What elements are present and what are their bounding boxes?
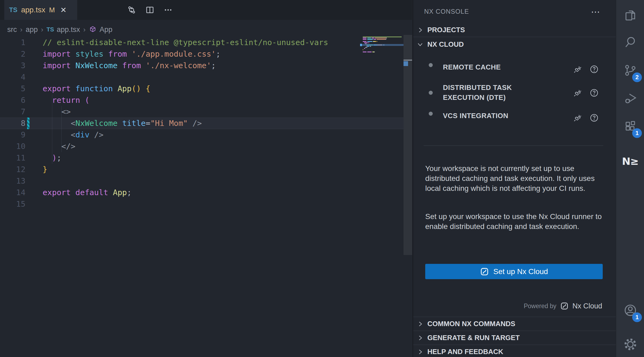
code-line-14[interactable]: 14export default App; — [0, 187, 412, 198]
code-editor[interactable]: 1// eslint-disable-next-line @typescript… — [0, 37, 412, 357]
code-line-text: // eslint-disable-next-line @typescript-… — [43, 37, 328, 48]
code-line-9[interactable]: 9 <div /> — [0, 129, 412, 141]
section-projects[interactable]: PROJECTS — [413, 23, 616, 37]
setup-nx-cloud-button[interactable]: Set up Nx Cloud — [425, 264, 603, 279]
chevron-right-icon — [417, 334, 424, 341]
line-number: 7 — [0, 106, 25, 118]
section-generate-run-target[interactable]: GENERATE & RUN TARGET — [413, 331, 616, 345]
section-label: GENERATE & RUN TARGET — [427, 334, 520, 342]
code-line-6[interactable]: 6 return ( — [0, 94, 412, 106]
code-line-10[interactable]: 10 </> — [0, 141, 412, 152]
code-line-3[interactable]: 3import NxWelcome from './nx-welcome'; — [0, 60, 412, 71]
typescript-file-icon: TS — [46, 26, 54, 33]
line-number: 4 — [0, 71, 25, 83]
line-number: 10 — [0, 141, 25, 152]
sidebar-item-accounts[interactable]: 1 — [616, 297, 644, 323]
breadcrumb-item[interactable]: app — [26, 26, 38, 34]
section-common-nx-commands[interactable]: COMMON NX COMMANDS — [413, 317, 616, 331]
section-projects-label: PROJECTS — [427, 26, 465, 34]
sidebar-item-source-control[interactable]: 2 — [616, 57, 644, 83]
code-line-text: return ( — [43, 94, 90, 106]
line-number: 11 — [0, 152, 25, 164]
nx-logo-icon: N≥ — [622, 155, 639, 167]
line-number: 8 — [0, 118, 25, 129]
badge: 1 — [632, 312, 642, 322]
code-line-11[interactable]: 11 ); — [0, 152, 412, 164]
minimap-line — [360, 39, 404, 40]
code-line-text: import styles from './app.module.css'; — [43, 48, 221, 60]
overview-ruler-modified-marker — [404, 61, 408, 66]
sidebar-item-settings[interactable] — [616, 332, 644, 357]
split-editor-icon — [145, 5, 155, 15]
sidebar-item-run-debug[interactable] — [616, 85, 644, 111]
panel-divider — [424, 145, 603, 146]
code-line-text: } — [43, 164, 47, 175]
git-modified-badge: M — [49, 6, 55, 14]
editor-scrollbar[interactable] — [404, 0, 412, 357]
code-line-text: export function App() { — [43, 83, 150, 94]
code-line-4[interactable]: 4 — [0, 71, 412, 83]
open-changes-button[interactable] — [126, 5, 137, 15]
close-tab-icon[interactable]: ✕ — [60, 6, 66, 14]
scrollbar-slider[interactable] — [404, 35, 412, 255]
chevron-down-icon — [417, 41, 424, 48]
sidebar-item-extensions[interactable]: 1 — [616, 113, 644, 139]
symbol-class-icon — [89, 26, 97, 34]
panel-title-row: NX CONSOLE ⋯ — [413, 0, 616, 23]
workspace-status-text: Your workspace is not currently set up t… — [425, 163, 605, 193]
minimap-line — [360, 38, 404, 38]
files-icon — [623, 8, 637, 22]
breadcrumb-item[interactable]: src — [7, 26, 17, 34]
section-nx-cloud[interactable]: NX CLOUD — [413, 37, 616, 51]
tab-filename: app.tsx — [21, 6, 45, 14]
minimap-line — [360, 50, 404, 51]
help-question-icon[interactable] — [589, 113, 599, 123]
connect-plug-icon[interactable] — [573, 113, 582, 123]
debug-icon — [623, 91, 637, 105]
minimap-line — [360, 47, 404, 48]
minimap-current-line-highlight — [360, 44, 404, 46]
connect-plug-icon[interactable] — [573, 88, 582, 98]
minimap-line — [360, 40, 404, 41]
code-line-13[interactable]: 13 — [0, 175, 412, 187]
git-modified-gutter-marker — [27, 118, 29, 129]
code-line-text: import NxWelcome from './nx-welcome'; — [43, 60, 216, 71]
breadcrumb-separator: › — [20, 26, 23, 34]
section-help-and-feedback[interactable]: HELP AND FEEDBACK — [413, 345, 616, 357]
code-line-1[interactable]: 1// eslint-disable-next-line @typescript… — [0, 37, 412, 48]
bottom-sections: COMMON NX COMMANDSGENERATE & RUN TARGETH… — [413, 317, 616, 357]
help-question-icon[interactable] — [589, 64, 599, 74]
code-line-8[interactable]: 8 <NxWelcome title="Hi Mom" /> — [0, 118, 412, 129]
code-line-15[interactable]: 15 — [0, 198, 412, 210]
code-line-12[interactable]: 12} — [0, 164, 412, 175]
powered-by-name: Nx Cloud — [572, 302, 602, 310]
breadcrumb-separator: › — [83, 26, 86, 34]
minimap-line — [360, 46, 404, 47]
code-line-text: <> — [43, 106, 71, 118]
chevron-right-icon — [417, 27, 424, 34]
status-dot-icon — [429, 112, 433, 116]
tab-bar: TS app.tsx M ✕ — [0, 0, 412, 20]
sidebar-item-explorer[interactable] — [616, 2, 644, 28]
minimap-line — [360, 53, 404, 54]
status-dot-icon — [429, 91, 433, 95]
editor-more-actions-button[interactable] — [163, 5, 173, 15]
code-line-text: export default App; — [43, 187, 132, 198]
sidebar-item-search[interactable] — [616, 29, 644, 55]
tab-app-tsx[interactable]: TS app.tsx M ✕ — [4, 0, 77, 20]
help-question-icon[interactable] — [589, 88, 599, 98]
code-line-2[interactable]: 2import styles from './app.module.css'; — [0, 48, 412, 60]
sidebar-item-nx-console[interactable]: N≥ — [616, 148, 644, 174]
line-number: 6 — [0, 94, 25, 106]
split-editor-button[interactable] — [145, 5, 155, 15]
nx-cloud-item-label: REMOTE CACHE — [443, 62, 501, 72]
breadcrumb-item[interactable]: app.tsx — [57, 26, 80, 34]
panel-more-actions-icon[interactable]: ⋯ — [591, 6, 601, 17]
line-number: 14 — [0, 187, 25, 198]
code-line-5[interactable]: 5export function App() { — [0, 83, 412, 94]
nx-cloud-item-label: VCS INTEGRATION — [443, 111, 508, 121]
code-line-7[interactable]: 7 <> — [0, 106, 412, 118]
connect-plug-icon[interactable] — [573, 64, 582, 74]
breadcrumb-item[interactable]: App — [99, 26, 112, 34]
breadcrumb-separator: › — [40, 26, 44, 34]
